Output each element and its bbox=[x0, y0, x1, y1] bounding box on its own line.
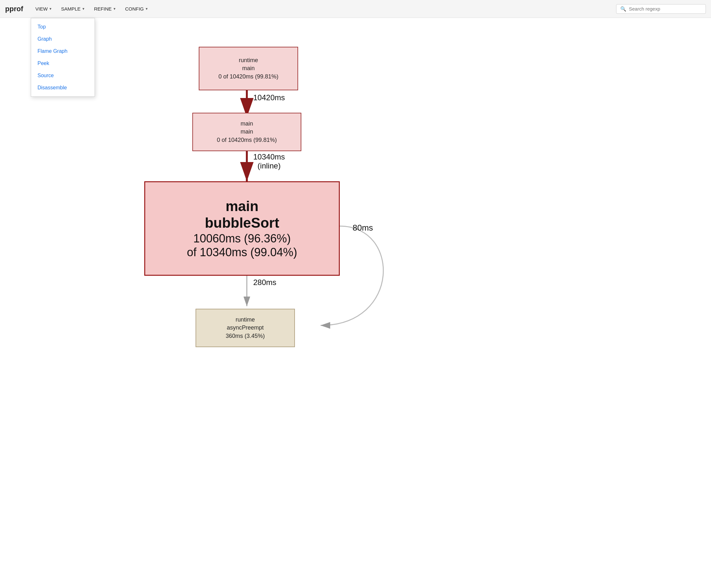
node1-line3: 0 of 10420ms (99.81%) bbox=[218, 73, 278, 81]
node3-line1: main bbox=[226, 198, 259, 215]
search-bar: 🔍 bbox=[616, 4, 706, 14]
node3-line4: of 10340ms (99.04%) bbox=[187, 245, 297, 259]
nav-view[interactable]: VIEW ▼ bbox=[31, 0, 57, 18]
nav-sample-caret: ▼ bbox=[82, 7, 85, 10]
edge-label-4: 80ms bbox=[352, 223, 373, 233]
dropdown-item-graph[interactable]: Graph bbox=[31, 33, 94, 45]
dropdown-item-source[interactable]: Source bbox=[31, 69, 94, 82]
brand-logo: pprof bbox=[5, 5, 23, 13]
search-input[interactable] bbox=[629, 6, 702, 12]
nav-sample[interactable]: SAMPLE ▼ bbox=[57, 0, 89, 18]
nav-sample-label: SAMPLE bbox=[61, 6, 81, 12]
node2-line1: main bbox=[240, 120, 253, 128]
dropdown-item-flame-graph[interactable]: Flame Graph bbox=[31, 45, 94, 57]
node4-line1: runtime bbox=[236, 316, 255, 324]
node3-line2: bubbleSort bbox=[205, 214, 279, 231]
node4-line3: 360ms (3.45%) bbox=[226, 332, 265, 340]
edge-label-2-line2: (inline) bbox=[253, 161, 285, 171]
nav-config[interactable]: CONFIG ▼ bbox=[121, 0, 153, 18]
node-bubble-sort[interactable]: main bubbleSort 10060ms (96.36%) of 1034… bbox=[144, 181, 340, 276]
node2-line2: main bbox=[240, 128, 253, 136]
navbar: pprof VIEW ▼ SAMPLE ▼ REFINE ▼ CONFIG ▼ … bbox=[0, 0, 711, 18]
nav-refine[interactable]: REFINE ▼ bbox=[89, 0, 121, 18]
edge-label-1: 10420ms bbox=[253, 93, 285, 102]
nav-view-label: VIEW bbox=[35, 6, 47, 12]
search-icon: 🔍 bbox=[620, 6, 626, 12]
view-dropdown: Top Graph Flame Graph Peek Source Disass… bbox=[31, 18, 95, 97]
nav-refine-label: REFINE bbox=[94, 6, 111, 12]
nav-config-caret: ▼ bbox=[145, 7, 148, 10]
node-runtime-main[interactable]: runtime main 0 of 10420ms (99.81%) bbox=[199, 47, 298, 90]
graph-area: runtime main 0 of 10420ms (99.81%) 10420… bbox=[0, 18, 711, 588]
node1-line1: runtime bbox=[239, 56, 258, 64]
node2-line3: 0 of 10420ms (99.81%) bbox=[217, 136, 277, 144]
nav-menu: VIEW ▼ SAMPLE ▼ REFINE ▼ CONFIG ▼ bbox=[31, 0, 153, 18]
edge-label-2: 10340ms (inline) bbox=[253, 153, 285, 171]
nav-refine-caret: ▼ bbox=[113, 7, 116, 10]
dropdown-item-peek[interactable]: Peek bbox=[31, 57, 94, 69]
edge-label-3: 280ms bbox=[253, 278, 276, 287]
node3-line3: 10060ms (96.36%) bbox=[193, 231, 291, 245]
edge-label-2-line1: 10340ms bbox=[253, 153, 285, 161]
nav-config-label: CONFIG bbox=[125, 6, 144, 12]
graph-svg bbox=[0, 18, 711, 588]
nav-view-caret: ▼ bbox=[49, 7, 52, 10]
node-main-main[interactable]: main main 0 of 10420ms (99.81%) bbox=[192, 113, 301, 151]
node-async-preempt[interactable]: runtime asyncPreempt 360ms (3.45%) bbox=[196, 309, 295, 347]
dropdown-item-disassemble[interactable]: Disassemble bbox=[31, 82, 94, 94]
node1-line2: main bbox=[242, 64, 255, 72]
node4-line2: asyncPreempt bbox=[227, 324, 263, 332]
dropdown-item-top[interactable]: Top bbox=[31, 21, 94, 33]
